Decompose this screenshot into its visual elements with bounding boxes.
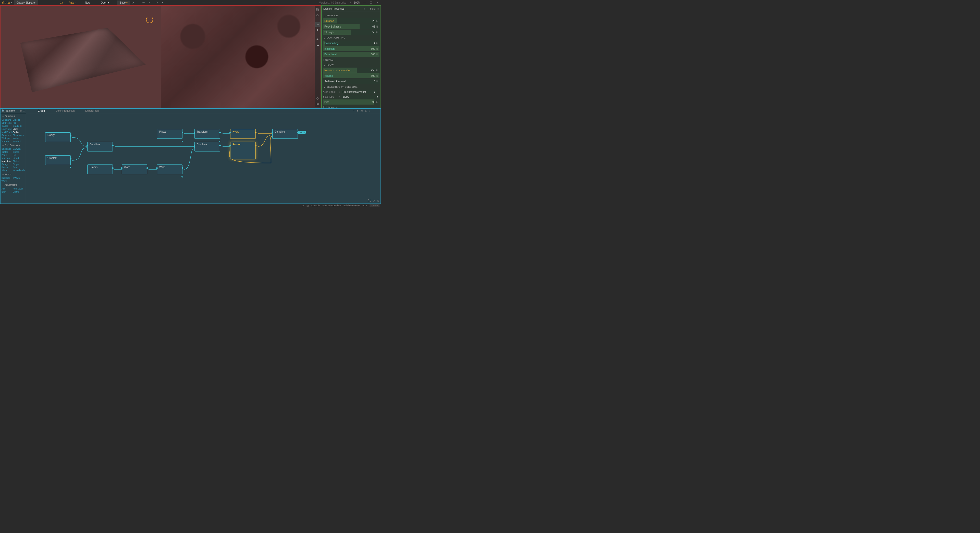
save-options-icon[interactable]: ⟳: [130, 0, 136, 5]
toolbox-item-tileinput[interactable]: TileInput: [2, 137, 13, 140]
section-geo-primitives[interactable]: Geo Primitives: [0, 143, 26, 148]
toolbox-item-worselands[interactable]: Worselands: [13, 169, 24, 172]
toolbox-item-mountain[interactable]: Mountain: [2, 160, 13, 163]
toolbox-item-hill[interactable]: Hill: [13, 154, 24, 157]
passive-optimizer[interactable]: Passive Optimizer: [322, 204, 341, 207]
user-icon[interactable]: ⚇: [315, 13, 320, 17]
toolbox-item-island[interactable]: Island: [13, 157, 24, 160]
toolbox-item-gabor[interactable]: Gabor: [2, 124, 13, 127]
zoom-dropdown[interactable]: 100%: [354, 1, 360, 4]
prop-inhibition[interactable]: Inhibition500%: [323, 46, 380, 51]
toolbox-item-voronoi[interactable]: Voronoi: [2, 140, 13, 143]
toolbox-item-mask[interactable]: Mask: [13, 127, 24, 130]
node-gradient[interactable]: Gradient: [45, 155, 71, 165]
resolution-dropdown[interactable]: 1k: [59, 1, 66, 4]
section-downcutting[interactable]: DOWNCUTTING: [323, 35, 380, 40]
tab-color-production[interactable]: Color Production: [54, 109, 76, 113]
section-erosion[interactable]: EROSION: [323, 13, 380, 18]
toolbox-item-file[interactable]: File: [13, 121, 24, 124]
toolbox-item-badlands[interactable]: Badlands: [2, 148, 13, 151]
undo-icon[interactable]: ↶: [141, 0, 146, 5]
toolbox-item-dwarp[interactable]: DWarp: [13, 176, 24, 179]
toolbox-item-sand[interactable]: Sand: [13, 166, 24, 169]
target-icon[interactable]: ◎: [360, 109, 363, 113]
section-warps[interactable]: Warps: [0, 172, 26, 176]
toolbox-menu-icon[interactable]: ≡: [23, 109, 25, 113]
reverse-checkbox[interactable]: [323, 106, 326, 108]
bias-type-select[interactable]: Slope▾: [341, 95, 380, 99]
viewport-2d[interactable]: [161, 6, 321, 108]
prop-sediment-removal[interactable]: Sediment Removal0%: [323, 79, 380, 84]
toolbox-item-displace[interactable]: Displace: [2, 176, 13, 179]
toolbox-item-igneous[interactable]: Igneous: [2, 157, 13, 160]
toolbox-item-autolevel[interactable]: AutoLevel: [13, 187, 24, 190]
node-combine-3[interactable]: CombineOutput: [272, 129, 298, 139]
toolbox-item-gradient[interactable]: Gradient: [13, 124, 24, 127]
area-effect-select[interactable]: Precipitation Amount▾: [341, 90, 376, 94]
dropdown-icon[interactable]: ▾: [357, 109, 358, 113]
node-erosion[interactable]: Erosion: [230, 142, 256, 159]
auto-dropdown[interactable]: Auto: [66, 1, 78, 4]
graph-menu-icon[interactable]: ≡: [369, 109, 370, 113]
toolbox-item-constant[interactable]: Constant: [2, 118, 13, 121]
prop-downcutting[interactable]: Downcutting4%: [323, 41, 380, 46]
prop-duration[interactable]: Duration25%: [323, 18, 380, 24]
toolbox-search-icon[interactable]: 🔍: [2, 109, 5, 113]
node-combine-1[interactable]: Combine: [87, 142, 113, 151]
prop-volume[interactable]: Volume500%: [323, 73, 380, 78]
toolbox-item-dunes[interactable]: Dunes: [13, 151, 24, 154]
home-icon[interactable]: ⌂: [365, 109, 367, 113]
sun-icon[interactable]: ☀: [315, 37, 320, 41]
undo-dropdown-icon[interactable]: ▾: [146, 0, 152, 5]
toolbox-item-abs[interactable]: Abs: [2, 187, 13, 190]
toolbox-item-fault[interactable]: Fault: [2, 154, 13, 157]
redo-dropdown-icon[interactable]: ▾: [160, 0, 165, 5]
props-menu-icon[interactable]: ≡: [364, 7, 365, 10]
toolbox-item-cracks[interactable]: Cracks: [13, 118, 24, 121]
toolbox-item-driftnoise[interactable]: DriftNoise: [2, 121, 13, 124]
toolbox-item-warp[interactable]: Warp: [2, 179, 13, 182]
area-effect-prev-icon[interactable]: ‹: [338, 90, 341, 94]
toolbox-item-vector[interactable]: Vector: [13, 137, 24, 140]
node-rocky[interactable]: Rocky: [45, 132, 71, 142]
status-icon[interactable]: ⊙: [302, 204, 304, 207]
view-2d-button[interactable]: 2D: [315, 22, 320, 27]
section-selective-processing[interactable]: SELECTIVE PROCESSING: [323, 84, 380, 89]
toolbox-item-resource[interactable]: Resource: [2, 134, 13, 137]
minimize-icon[interactable]: —: [363, 1, 367, 4]
toolbox-item-slump[interactable]: Slump: [2, 169, 13, 172]
save-button[interactable]: Save•: [117, 0, 130, 5]
person-icon[interactable]: ⚇: [377, 199, 380, 203]
new-button[interactable]: New: [83, 0, 93, 5]
filename[interactable]: Craggy Slope.tor: [14, 0, 38, 5]
section-primitives[interactable]: Primitives: [0, 114, 26, 118]
toolbox-item-perlin[interactable]: Perlin: [13, 130, 24, 134]
build-tab[interactable]: Build: [368, 7, 377, 11]
grid-icon[interactable]: ⊞: [315, 102, 320, 106]
area-effect-next-icon[interactable]: ›: [377, 90, 380, 94]
bias-type-prev-icon[interactable]: ‹: [338, 95, 341, 98]
maximize-icon[interactable]: ❐: [369, 1, 373, 4]
status-layers-icon[interactable]: ▤: [307, 204, 309, 207]
toolbox-item-range[interactable]: Range: [2, 163, 13, 166]
prop-strength[interactable]: Strength50%: [323, 30, 380, 35]
toolbox-item-clamp[interactable]: Clamp: [13, 190, 24, 193]
toolbox-item-rocky[interactable]: Rocky: [2, 166, 13, 169]
section-adjustments[interactable]: Adjustments: [0, 182, 26, 187]
text-icon[interactable]: A: [315, 28, 320, 32]
node-plates[interactable]: Plates: [157, 129, 183, 139]
prop-base-level[interactable]: Base Level500%: [323, 52, 380, 57]
prop-random-sedimentation[interactable]: Random Sedimentation250%: [323, 68, 380, 73]
app-menu[interactable]: Gaea: [0, 1, 14, 5]
toolbox-item-multifractal[interactable]: MultiFractal: [2, 130, 13, 134]
bias-slider[interactable]: Bias 90%: [323, 100, 380, 105]
node-hydro[interactable]: Hydro: [230, 129, 256, 139]
toolbox-item-plates[interactable]: Plates: [13, 160, 24, 163]
cloud-icon[interactable]: ☁: [315, 43, 320, 47]
node-warp-1[interactable]: Warp: [122, 165, 147, 174]
node-combine-2[interactable]: Combine: [194, 142, 220, 151]
node-cracks[interactable]: Cracks: [87, 165, 113, 174]
toolbox-item-crater[interactable]: Crater: [2, 151, 13, 154]
add-node-icon[interactable]: +: [353, 109, 355, 113]
section-scale[interactable]: SCALE: [323, 57, 380, 62]
